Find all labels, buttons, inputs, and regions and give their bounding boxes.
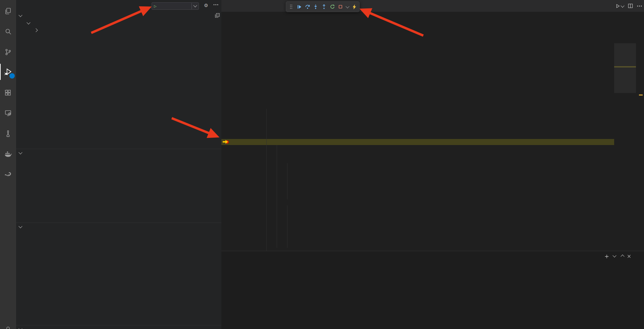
chevron-down-icon — [18, 13, 22, 17]
chevron-down-icon — [18, 224, 22, 228]
chevron-down-icon — [18, 327, 22, 329]
current-frame-arrow-icon — [222, 140, 228, 144]
toolbar-drag-handle[interactable] — [288, 3, 294, 10]
bottom-panel — [221, 251, 644, 329]
chevron-down-icon — [26, 20, 30, 24]
watch-section-header[interactable] — [16, 149, 221, 156]
watch-expression-row[interactable] — [16, 156, 221, 164]
split-editor-icon[interactable] — [628, 3, 633, 8]
run-and-debug-sidebar: ▷ ⚙ — [16, 0, 221, 329]
debug-badge — [9, 73, 15, 79]
breadcrumb — [221, 12, 644, 19]
minimap-current-line — [614, 66, 636, 67]
overview-ruler-current-line-mark — [639, 94, 643, 96]
source-control-icon[interactable] — [0, 44, 16, 60]
step-into-button[interactable] — [312, 3, 319, 10]
continue-button[interactable] — [296, 3, 303, 10]
minimap-viewport[interactable] — [614, 43, 636, 93]
docker-icon[interactable] — [0, 146, 16, 162]
step-out-button[interactable] — [321, 3, 327, 10]
terminal-dropdown-chevron-icon[interactable] — [613, 254, 616, 258]
indent-guide — [277, 145, 277, 248]
launch-config-dropdown[interactable]: ▷ — [152, 2, 199, 10]
breakpoints-section-header[interactable] — [16, 325, 221, 329]
search-icon[interactable] — [0, 23, 16, 40]
editor-actions — [615, 0, 642, 12]
chevron-right-icon — [34, 28, 38, 32]
new-terminal-button[interactable] — [604, 254, 609, 259]
remote-explorer-icon[interactable] — [0, 105, 16, 121]
launch-config-chevron-icon[interactable] — [192, 3, 199, 9]
account-icon[interactable] — [0, 322, 16, 329]
call-stack-section-header[interactable] — [16, 223, 221, 230]
variable-args[interactable] — [16, 27, 221, 34]
testing-icon[interactable] — [0, 126, 16, 142]
indent-guide — [287, 205, 287, 248]
debug-settings-gear-icon[interactable]: ⚙ — [204, 3, 208, 8]
hot-code-replace-icon[interactable] — [351, 3, 358, 10]
run-and-debug-icon[interactable] — [0, 64, 16, 80]
overview-ruler[interactable] — [636, 19, 644, 251]
stop-dropdown-chevron-icon[interactable] — [345, 3, 350, 10]
restart-button[interactable] — [329, 3, 336, 10]
editor-tab-bar — [221, 0, 644, 12]
maximize-panel-icon[interactable] — [621, 254, 624, 258]
minimap[interactable] — [614, 19, 636, 251]
current-line-highlight — [221, 139, 614, 145]
gradle-icon[interactable] — [0, 167, 16, 183]
debug-toolbar — [286, 1, 360, 12]
close-panel-icon[interactable] — [627, 254, 631, 258]
variables-section-header[interactable] — [16, 12, 221, 19]
step-over-button[interactable] — [304, 3, 311, 10]
variables-scope-local[interactable] — [16, 19, 221, 27]
run-dropdown-chevron-icon[interactable] — [621, 4, 624, 7]
explorer-icon[interactable] — [0, 3, 16, 19]
indent-guide — [287, 163, 287, 199]
extensions-icon[interactable] — [0, 85, 16, 101]
chevron-down-icon — [18, 150, 22, 154]
activity-bar — [0, 0, 16, 329]
start-debug-icon[interactable]: ▷ — [154, 4, 157, 8]
editor-more-actions-icon[interactable] — [637, 5, 642, 7]
vscode-window: ▷ ⚙ — [0, 0, 644, 329]
code-editor[interactable] — [221, 19, 614, 251]
indent-guide — [266, 109, 267, 251]
stop-button[interactable] — [337, 3, 344, 10]
run-file-button[interactable] — [615, 4, 624, 8]
sidebar-more-actions-icon[interactable] — [213, 4, 218, 5]
